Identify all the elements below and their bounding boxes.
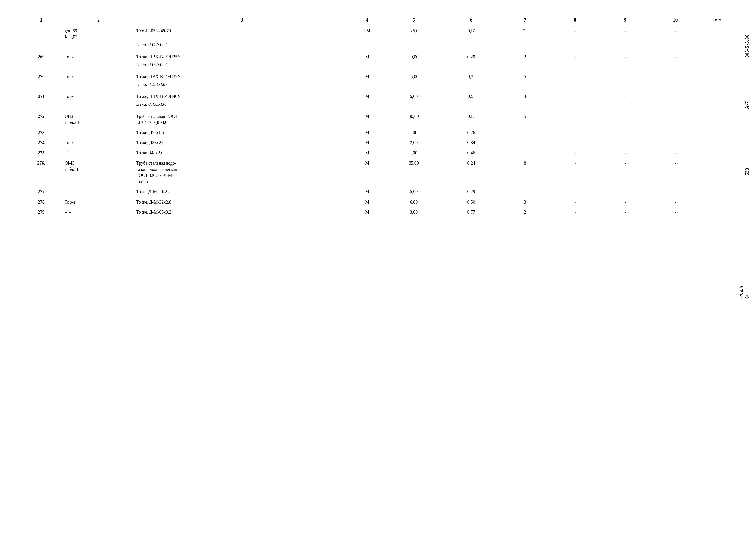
table-cell: - xyxy=(600,111,650,127)
table-cell: - xyxy=(550,25,600,42)
table-subcell xyxy=(20,101,63,111)
table-subcell xyxy=(500,101,550,111)
table-cell: М xyxy=(350,186,385,196)
table-row: 276.ОI-I3 табл.I.IТруба стальная водо- г… xyxy=(20,158,736,186)
table-cell: - xyxy=(550,111,600,127)
table-cell: 2 xyxy=(500,52,550,62)
table-row: 273–"–То же, Д25xI,6МI,000,26I--- xyxy=(20,127,736,137)
table-subcell xyxy=(350,81,385,91)
table-cell: 0,29 xyxy=(443,186,500,196)
table-cell: - xyxy=(650,111,700,127)
table-subcell xyxy=(20,81,63,91)
table-cell: 0,46 xyxy=(443,147,500,157)
col-header-pp: п.п. xyxy=(700,15,736,25)
table-cell: 2,00 xyxy=(385,137,443,147)
table-cell: –"– xyxy=(63,186,134,196)
table-cell: То же xyxy=(63,71,134,81)
table-cell: 273 xyxy=(20,127,63,137)
table-cell xyxy=(20,25,63,42)
table-subcell xyxy=(500,81,550,91)
right-annotation-top: 805-5-5.86 xyxy=(744,34,750,58)
table-row: 275–"–То же Д48x2,0МI,000,46I--- xyxy=(20,147,736,157)
table-cell: 274 xyxy=(20,137,63,147)
table-cell: 278 xyxy=(20,196,63,207)
table-cell: То же, ПВХ-В-РЭП40У xyxy=(134,91,350,101)
table-subcell xyxy=(550,101,600,111)
table-cell: М xyxy=(350,137,385,147)
table-subcell xyxy=(500,42,550,51)
table-subrow: Цена: 0,274xI,07 xyxy=(20,81,736,91)
table-cell: I xyxy=(500,137,550,147)
table-cell: - xyxy=(650,52,700,62)
table-cell: I0,00 xyxy=(385,52,443,62)
table-cell: М xyxy=(350,111,385,127)
table-subcell xyxy=(63,42,134,51)
table-subcell: Цена: 0,435xI,07 xyxy=(134,101,350,111)
right-annotation-bottom: 97/4/9 6/ xyxy=(740,286,750,299)
right-annotation-533: 533 xyxy=(744,168,750,175)
table-subcell xyxy=(550,81,600,91)
table-cell xyxy=(700,186,736,196)
table-subcell xyxy=(500,62,550,71)
table-cell: 0,20 xyxy=(443,52,500,62)
table-subcell xyxy=(550,42,600,51)
table-cell: М xyxy=(350,147,385,157)
table-cell: - xyxy=(600,137,650,147)
table-cell: 276. xyxy=(20,158,63,186)
table-row: 278То жеТо же, Д-М-32x2,8М6,000,503--- xyxy=(20,196,736,207)
table-cell: 5,00 xyxy=(385,91,443,101)
table-cell: –"– xyxy=(63,147,134,157)
table-subcell: Цена: 0,I47xI,07 xyxy=(134,42,350,51)
table-cell: - xyxy=(650,71,700,81)
table-cell xyxy=(700,207,736,217)
table-cell: I,00 xyxy=(385,127,443,137)
table-cell: - xyxy=(550,52,600,62)
table-cell: 3,00 xyxy=(385,207,443,217)
table-cell xyxy=(700,137,736,147)
table-cell: Труба стальная ГОСТ I0704-76 ДI8xI,6 xyxy=(134,111,350,127)
table-cell: 0,I7 xyxy=(443,25,500,42)
table-row: доп.69 K=I,07ТУ6-I9-05I-249-79· МI25,00,… xyxy=(20,25,736,42)
table-cell: М xyxy=(350,196,385,207)
table-subcell xyxy=(63,62,134,71)
table-subcell xyxy=(350,101,385,111)
table-subcell xyxy=(20,62,63,71)
table-cell xyxy=(700,147,736,157)
table-cell: 6,00 xyxy=(385,196,443,207)
table-cell: –"– xyxy=(63,207,134,217)
table-cell: 269 xyxy=(20,52,63,62)
table-cell: - xyxy=(550,137,600,147)
table-subcell: Цена: 0,274xI,07 xyxy=(134,81,350,91)
table-cell: 275 xyxy=(20,147,63,157)
table-subcell xyxy=(550,62,600,71)
table-subrow: Цена: 0,435xI,07 xyxy=(20,101,736,111)
col-header-4: 4 xyxy=(350,15,385,25)
col-header-5: 5 xyxy=(385,15,443,25)
table-subcell xyxy=(600,42,650,51)
table-cell xyxy=(700,196,736,207)
table-subcell xyxy=(700,101,736,111)
table-cell: - xyxy=(550,158,600,186)
table-cell: ТУ6-I9-05I-249-79 xyxy=(134,25,350,42)
table-cell: - xyxy=(550,91,600,101)
table-subcell xyxy=(350,62,385,71)
table-cell: 279 xyxy=(20,207,63,217)
table-cell: М xyxy=(350,71,385,81)
table-cell: То же xyxy=(63,196,134,207)
table-cell: То же, ПВХ-В-РЭП32У xyxy=(134,71,350,81)
table-cell: –"– xyxy=(63,127,134,137)
table-cell: - xyxy=(600,196,650,207)
table-cell: I xyxy=(500,186,550,196)
table-subcell xyxy=(443,62,500,71)
table-subcell xyxy=(20,42,63,51)
table-cell: 272 xyxy=(20,111,63,127)
table-cell: 0,50 xyxy=(443,196,500,207)
table-subcell xyxy=(385,81,443,91)
col-header-7: 7 xyxy=(500,15,550,25)
table-row: 279–"–То же, Д-М-65x3,2М3,000,772--- xyxy=(20,207,736,217)
table-cell: - xyxy=(650,147,700,157)
table-body: доп.69 K=I,07ТУ6-I9-05I-249-79· МI25,00,… xyxy=(20,25,736,217)
table-cell: - xyxy=(550,207,600,217)
table-cell: То же, Д-М-32x2,8 xyxy=(134,196,350,207)
table-cell: М xyxy=(350,91,385,101)
